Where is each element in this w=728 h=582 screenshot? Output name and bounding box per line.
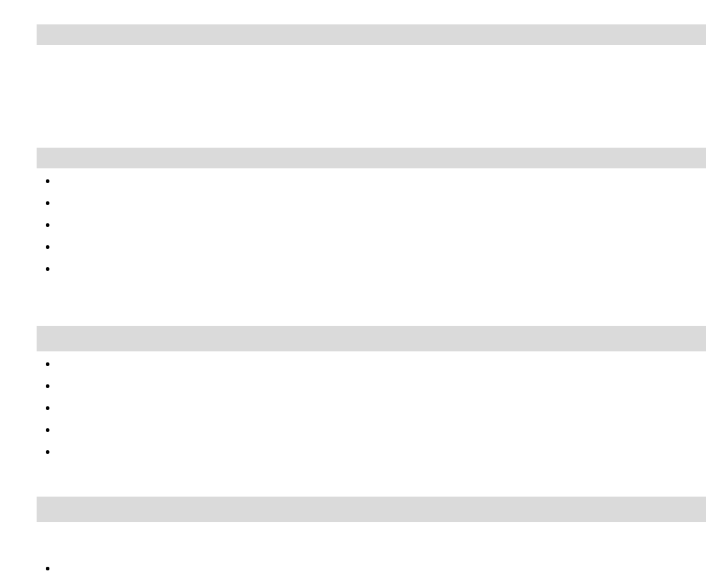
list-item — [57, 423, 706, 436]
spacer — [37, 284, 706, 326]
bullet-list-2 — [37, 357, 706, 458]
list-item — [57, 196, 706, 209]
placeholder-bar-1 — [37, 24, 706, 45]
list-item — [57, 174, 706, 187]
list-item — [57, 445, 706, 458]
list-item — [57, 240, 706, 253]
list-item — [57, 379, 706, 392]
bullet-list-1 — [37, 174, 706, 275]
list-item — [57, 562, 706, 574]
placeholder-bar-4 — [37, 497, 706, 522]
bullet-list-3 — [37, 562, 706, 574]
document-content — [22, 24, 706, 574]
list-item — [57, 262, 706, 275]
spacer — [37, 45, 706, 148]
spacer — [37, 522, 706, 556]
placeholder-bar-2 — [37, 148, 706, 168]
placeholder-bar-3 — [37, 326, 706, 351]
list-item — [57, 357, 706, 370]
list-item — [57, 218, 706, 231]
list-item — [57, 401, 706, 414]
spacer — [37, 467, 706, 497]
